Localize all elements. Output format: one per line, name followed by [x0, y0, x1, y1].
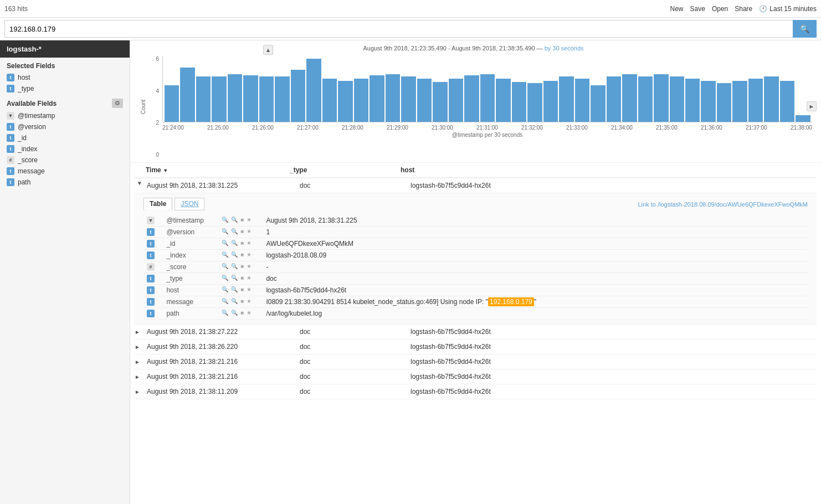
- chart-bar[interactable]: [591, 85, 605, 122]
- chart-bar[interactable]: [527, 83, 542, 122]
- available-field-@version[interactable]: t@version: [0, 121, 130, 132]
- share-button[interactable]: Share: [735, 5, 752, 13]
- available-field-_index[interactable]: t_index: [0, 143, 130, 155]
- chart-collapse-button[interactable]: ▲: [263, 45, 273, 55]
- expand-arrow[interactable]: ►: [135, 344, 145, 350]
- zoom-out-icon[interactable]: 🔍: [231, 286, 238, 292]
- chart-bar[interactable]: [417, 79, 432, 122]
- chart-bar[interactable]: [338, 81, 352, 122]
- zoom-in-icon[interactable]: 🔍: [222, 240, 228, 246]
- zoom-in-icon[interactable]: 🔍: [222, 310, 228, 316]
- new-button[interactable]: New: [670, 5, 684, 13]
- zoom-out-icon[interactable]: 🔍: [231, 240, 238, 246]
- row-summary[interactable]: ► August 9th 2018, 21:38:11.209 doc logs…: [135, 384, 817, 399]
- sidebar-field-_type[interactable]: t_type: [0, 83, 130, 94]
- star-icon[interactable]: ★: [247, 298, 252, 304]
- expand-arrow[interactable]: ►: [135, 329, 145, 335]
- chart-bar[interactable]: [370, 75, 384, 122]
- zoom-out-icon[interactable]: 🔍: [231, 298, 238, 304]
- chart-bar[interactable]: [701, 81, 715, 122]
- zoom-in-icon[interactable]: 🔍: [222, 286, 228, 292]
- chart-bar[interactable]: [433, 82, 447, 122]
- expand-arrow[interactable]: ►: [135, 374, 145, 380]
- star-icon[interactable]: ★: [247, 275, 252, 281]
- time-range-selector[interactable]: 🕐 Last 15 minutes: [759, 5, 817, 13]
- filter-icon[interactable]: ■: [240, 310, 244, 316]
- star-icon[interactable]: ★: [247, 228, 252, 234]
- chart-bar[interactable]: [228, 74, 242, 122]
- row-summary[interactable]: ► August 9th 2018, 21:38:26.220 doc logs…: [135, 340, 817, 354]
- zoom-out-icon[interactable]: 🔍: [231, 275, 238, 281]
- chart-bar[interactable]: [180, 68, 194, 122]
- fields-gear-button[interactable]: ⚙: [112, 99, 123, 108]
- tab-json[interactable]: JSON: [175, 198, 204, 210]
- chart-bar[interactable]: [780, 81, 794, 122]
- chart-bar[interactable]: [449, 79, 463, 122]
- expand-arrow[interactable]: ►: [135, 359, 145, 365]
- available-field-message[interactable]: tmessage: [0, 166, 130, 177]
- chart-bar[interactable]: [322, 79, 337, 122]
- filter-icon[interactable]: ■: [240, 217, 244, 223]
- filter-icon[interactable]: ■: [240, 286, 244, 292]
- chart-bar[interactable]: [386, 74, 400, 122]
- zoom-in-icon[interactable]: 🔍: [222, 251, 228, 258]
- chart-bar[interactable]: [464, 75, 479, 122]
- tab-table[interactable]: Table: [143, 198, 172, 210]
- chart-bar[interactable]: [512, 82, 526, 122]
- zoom-out-icon[interactable]: 🔍: [231, 228, 238, 234]
- available-field-path[interactable]: tpath: [0, 177, 130, 188]
- chart-bar[interactable]: [764, 76, 778, 122]
- chart-bar[interactable]: [165, 85, 179, 122]
- available-field-@timestamp[interactable]: ▼@timestamp: [0, 110, 130, 121]
- chart-bar[interactable]: [275, 76, 289, 122]
- chart-bar[interactable]: [212, 76, 226, 122]
- chart-right-collapse-button[interactable]: ►: [807, 101, 817, 111]
- expanded-row-summary[interactable]: ► August 9th 2018, 21:38:31.225 doc logs…: [135, 178, 817, 193]
- row-summary[interactable]: ► August 9th 2018, 21:38:27.222 doc logs…: [135, 325, 817, 339]
- chart-bar[interactable]: [401, 76, 415, 122]
- chart-bar[interactable]: [622, 74, 637, 122]
- zoom-in-icon[interactable]: 🔍: [222, 263, 228, 269]
- chart-bar[interactable]: [638, 76, 653, 122]
- sidebar-field-host[interactable]: thost: [0, 72, 130, 83]
- available-field-_score[interactable]: #_score: [0, 155, 130, 166]
- filter-icon[interactable]: ■: [240, 251, 244, 258]
- available-field-_id[interactable]: t_id: [0, 132, 130, 143]
- expand-arrow[interactable]: ►: [137, 181, 143, 191]
- chart-bar[interactable]: [196, 76, 211, 122]
- filter-icon[interactable]: ■: [240, 228, 244, 234]
- chart-bar[interactable]: [496, 79, 510, 122]
- row-summary[interactable]: ► August 9th 2018, 21:38:21.216 doc logs…: [135, 354, 817, 369]
- filter-icon[interactable]: ■: [240, 240, 244, 246]
- chart-bar[interactable]: [291, 70, 305, 122]
- star-icon[interactable]: ★: [247, 286, 252, 292]
- chart-bar[interactable]: [354, 79, 368, 122]
- star-icon[interactable]: ★: [247, 217, 252, 223]
- chart-bar[interactable]: [796, 115, 810, 122]
- zoom-out-icon[interactable]: 🔍: [231, 251, 238, 258]
- search-input[interactable]: [4, 20, 793, 38]
- filter-icon[interactable]: ■: [240, 298, 244, 304]
- chart-bar[interactable]: [543, 81, 558, 122]
- chart-bar[interactable]: [654, 74, 668, 122]
- zoom-out-icon[interactable]: 🔍: [231, 263, 238, 269]
- zoom-out-icon[interactable]: 🔍: [231, 310, 238, 316]
- star-icon[interactable]: ★: [247, 240, 252, 246]
- zoom-in-icon[interactable]: 🔍: [222, 228, 228, 234]
- interval-link[interactable]: by 30 seconds: [545, 45, 584, 52]
- chart-bar[interactable]: [607, 76, 621, 122]
- chart-bar[interactable]: [748, 79, 763, 122]
- chart-bar[interactable]: [575, 79, 589, 122]
- zoom-in-icon[interactable]: 🔍: [222, 298, 228, 304]
- zoom-in-icon[interactable]: 🔍: [222, 217, 228, 223]
- detail-doc-link[interactable]: Link to /logstash-2018.08.09/doc/AWUe6QF…: [638, 201, 808, 208]
- chart-bar[interactable]: [685, 79, 700, 122]
- save-button[interactable]: Save: [690, 5, 705, 13]
- star-icon[interactable]: ★: [247, 310, 252, 316]
- index-pattern[interactable]: logstash-*: [0, 40, 130, 58]
- chart-bar[interactable]: [480, 74, 495, 122]
- zoom-out-icon[interactable]: 🔍: [231, 217, 238, 223]
- search-button[interactable]: 🔍: [793, 20, 817, 38]
- chart-bar[interactable]: [670, 76, 684, 122]
- chart-bar[interactable]: [717, 83, 731, 122]
